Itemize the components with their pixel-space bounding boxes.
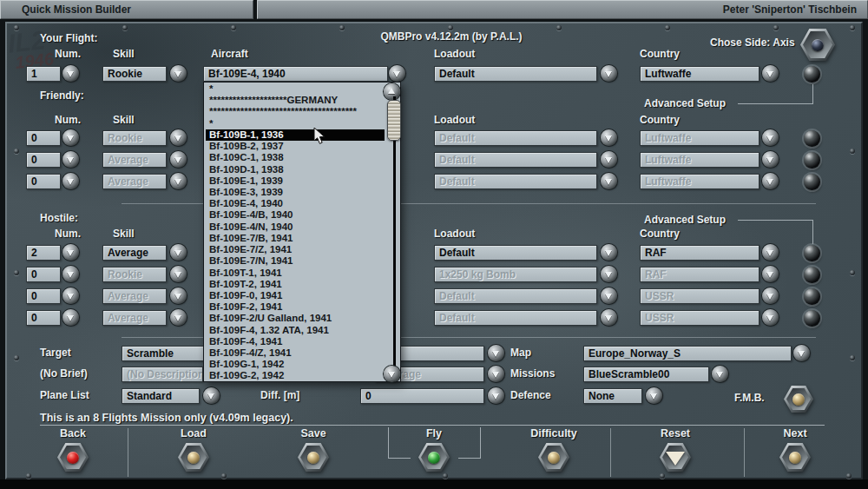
dropdown-icon[interactable] — [762, 151, 779, 168]
aircraft-list-item[interactable]: Bf-109E-4/B, 1940 — [206, 209, 385, 221]
aircraft-list-item[interactable]: Bf-109E-7/B, 1941 — [206, 233, 385, 244]
friendly-advanced-button[interactable] — [804, 152, 820, 169]
hostile-loadout-field[interactable]: 1x250 kg Bomb — [434, 267, 597, 282]
hostile-loadout-field[interactable]: Default — [434, 245, 597, 261]
dropdown-icon[interactable] — [62, 266, 79, 282]
dropdown-icon[interactable] — [762, 173, 779, 189]
your-flight-country-dropdown-icon[interactable] — [762, 65, 779, 82]
your-flight-num-field[interactable]: 1 — [26, 66, 61, 82]
aircraft-list-item[interactable]: Bf-109F-0, 1941 — [206, 290, 385, 301]
planelist-dropdown-icon[interactable] — [203, 387, 220, 404]
friendly-advanced-button[interactable] — [804, 174, 820, 190]
dropdown-icon[interactable] — [62, 129, 79, 146]
dropdown-icon[interactable] — [762, 266, 779, 282]
hostile-country-field[interactable]: USSR — [640, 288, 760, 304]
target-dropdown-icon[interactable] — [488, 345, 504, 361]
your-flight-loadout-dropdown-icon[interactable] — [601, 65, 617, 82]
aircraft-list-item[interactable]: Bf-109E-3, 1939 — [206, 187, 385, 198]
friendly-advanced-button[interactable] — [804, 130, 820, 147]
friendly-country-field[interactable]: Luftwaffe — [640, 152, 760, 168]
aircraft-list-item[interactable]: Bf-109T-2, 1941 — [206, 279, 385, 290]
dropdown-icon[interactable] — [170, 287, 187, 304]
dropdown-icon[interactable] — [170, 129, 187, 146]
planelist-field[interactable]: Standard — [122, 388, 200, 404]
dropdown-icon[interactable] — [62, 287, 79, 304]
aircraft-list-item[interactable]: Bf-109E-4/N, 1940 — [206, 221, 385, 233]
aircraft-list-item[interactable]: * — [206, 118, 385, 129]
defence-dropdown-icon[interactable] — [646, 387, 662, 404]
hostile-num-field[interactable]: 2 — [26, 245, 61, 261]
dropdown-icon[interactable] — [601, 244, 617, 261]
dropdown-icon[interactable] — [62, 151, 79, 168]
dropdown-icon[interactable] — [762, 129, 779, 146]
hostile-advanced-button[interactable] — [804, 245, 820, 261]
your-flight-country-field[interactable]: Luftwaffe — [640, 66, 760, 82]
aircraft-list-item[interactable]: Bf-109C-1, 1938 — [206, 152, 385, 163]
map-field[interactable]: Europe_Norway_S — [583, 346, 792, 361]
friendly-num-field[interactable]: 0 — [26, 174, 61, 189]
friendly-num-field[interactable]: 0 — [26, 152, 61, 168]
hostile-loadout-field[interactable]: Default — [434, 310, 597, 326]
hostile-skill-field[interactable]: Average — [102, 310, 167, 326]
aircraft-list-item[interactable]: Bf-109F-4/Z, 1941 — [206, 347, 385, 359]
aircraft-list-item[interactable]: Bf-109F-4, 1.32 ATA, 1941 — [206, 325, 385, 336]
your-flight-skill-dropdown-icon[interactable] — [170, 65, 187, 82]
friendly-skill-field[interactable]: Average — [102, 174, 167, 189]
next-button[interactable] — [779, 443, 811, 472]
your-flight-num-dropdown-icon[interactable] — [62, 65, 79, 82]
dropdown-icon[interactable] — [601, 129, 617, 146]
aircraft-list-item[interactable]: Bf-109F-2, 1941 — [206, 301, 385, 313]
scroll-down-icon[interactable] — [384, 366, 400, 382]
dropdown-icon[interactable] — [62, 244, 79, 261]
aircraft-list-item[interactable]: ************************************** — [206, 106, 385, 117]
friendly-loadout-field[interactable]: Default — [434, 152, 597, 168]
friendly-loadout-field[interactable]: Default — [434, 130, 597, 146]
nobrief-field[interactable]: (No Description) — [122, 367, 203, 382]
dropdown-icon[interactable] — [601, 309, 617, 326]
your-flight-aircraft-dropdown-icon[interactable] — [389, 65, 405, 82]
dropdown-icon[interactable] — [601, 287, 617, 304]
save-button[interactable] — [298, 443, 329, 472]
dropdown-icon[interactable] — [762, 244, 779, 261]
hostile-num-field[interactable]: 0 — [26, 310, 61, 326]
aircraft-list-item-selected[interactable]: Bf-109B-1, 1936 — [206, 129, 385, 141]
hostile-advanced-button[interactable] — [804, 288, 820, 305]
dropdown-icon[interactable] — [170, 151, 187, 168]
your-flight-advanced-button[interactable] — [804, 66, 820, 83]
your-flight-aircraft-field[interactable]: Bf-109E-4, 1940 — [203, 66, 388, 82]
aircraft-list-item[interactable]: Bf-109E-1, 1939 — [206, 175, 385, 187]
hostile-advanced-button[interactable] — [804, 310, 820, 327]
aircraft-list-item[interactable]: Bf-109E-4, 1940 — [206, 198, 385, 209]
hostile-skill-field[interactable]: Average — [102, 245, 167, 261]
friendly-num-field[interactable]: 0 — [26, 130, 61, 146]
aircraft-list-item[interactable]: Bf-109D-1, 1938 — [206, 164, 385, 175]
aircraft-list-item[interactable]: Bf-109G-2, 1942 — [206, 370, 385, 381]
fly-button[interactable] — [418, 443, 450, 472]
hostile-skill-field[interactable]: Average — [102, 288, 167, 304]
dropdown-icon[interactable] — [170, 266, 187, 282]
friendly-skill-field[interactable]: Rookie — [102, 130, 167, 146]
reset-button[interactable] — [660, 443, 691, 472]
hostile-country-field[interactable]: RAF — [640, 267, 760, 282]
hostile-country-field[interactable]: RAF — [640, 245, 760, 261]
dropdown-icon[interactable] — [762, 309, 779, 326]
dropdown-icon[interactable] — [62, 309, 79, 326]
missions-dropdown-icon[interactable] — [712, 366, 728, 382]
missions-field[interactable]: BlueScramble00 — [583, 367, 709, 382]
hostile-country-field[interactable]: USSR — [640, 310, 760, 326]
map-dropdown-icon[interactable] — [793, 345, 810, 361]
hostile-num-field[interactable]: 0 — [26, 267, 61, 282]
your-flight-loadout-field[interactable]: Default — [434, 66, 597, 82]
aircraft-list-item[interactable]: Bf-109F-2/U Galland, 1941 — [206, 313, 385, 324]
diff-dropdown-icon[interactable] — [488, 387, 504, 404]
back-button[interactable] — [57, 443, 89, 472]
dropdown-icon[interactable] — [601, 151, 617, 168]
hostile-num-field[interactable]: 0 — [26, 288, 61, 304]
dropdown-icon[interactable] — [170, 309, 187, 326]
dropdown-icon[interactable] — [601, 173, 617, 189]
defence-field[interactable]: None — [583, 388, 642, 404]
choose-side-button[interactable] — [800, 29, 835, 61]
aircraft-list-item[interactable]: Bf-109E-7/N, 1941 — [206, 255, 385, 267]
scrollbar-thumb[interactable] — [387, 100, 401, 141]
fmb-button[interactable] — [784, 386, 813, 413]
